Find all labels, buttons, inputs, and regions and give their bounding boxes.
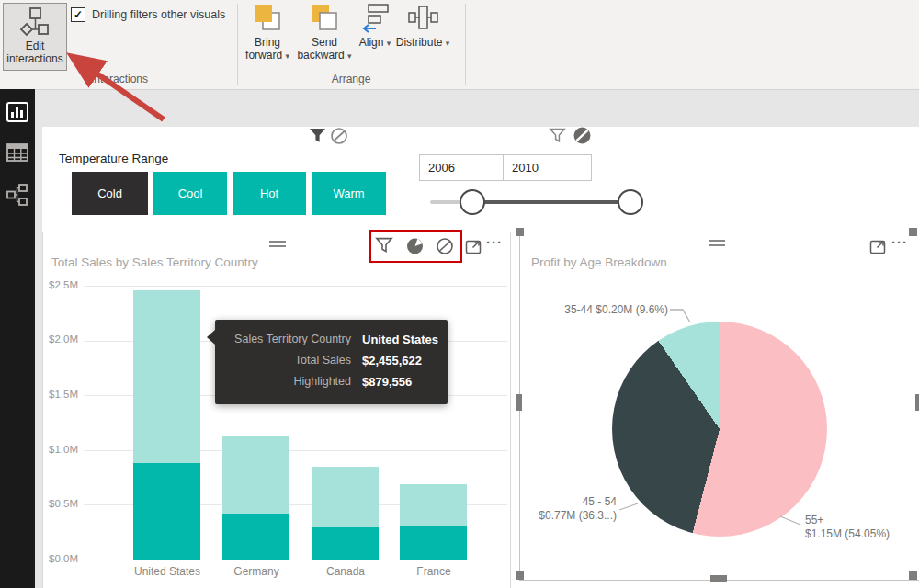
more-options-icon[interactable]: ···	[891, 234, 908, 250]
gridline	[84, 286, 507, 287]
dropdown-caret-icon: ▾	[387, 39, 391, 48]
y-tick: $1.5M	[49, 389, 78, 400]
bar-united-states[interactable]	[133, 290, 200, 560]
pie-chart-visual[interactable]: ··· Profit by Age Breakdown 35-44 $0.20M…	[519, 232, 919, 581]
distribute-icon	[407, 2, 438, 33]
distribute-label: Distribute	[396, 36, 443, 49]
dropdown-caret-icon: ▾	[446, 39, 450, 48]
bar-canada[interactable]	[312, 467, 379, 560]
y-tick: $0.5M	[49, 498, 78, 509]
focus-mode-icon[interactable]	[869, 238, 886, 254]
selection-handle[interactable]	[915, 394, 919, 411]
bar-highlighted-segment	[222, 514, 289, 560]
edit-interactions-icon	[19, 6, 51, 38]
slicer1-filter-interaction-icon[interactable]	[309, 128, 326, 144]
bar-chart-visual[interactable]: ··· Total Sales by Sales Territory Count…	[42, 232, 511, 588]
data-view-icon[interactable]	[6, 141, 28, 164]
bar-france[interactable]	[400, 484, 467, 560]
year-to-input[interactable]	[503, 154, 592, 181]
tooltip-value: $879,556	[351, 371, 412, 392]
bring-forward-icon	[252, 2, 283, 33]
selection-handle[interactable]	[516, 228, 524, 236]
more-options-icon[interactable]: ···	[486, 234, 503, 250]
y-tick: $0.0M	[49, 553, 78, 564]
slicer-button-cold[interactable]: Cold	[72, 172, 148, 215]
slicer2-filter-interaction-icon[interactable]	[549, 128, 566, 144]
ribbon-separator	[465, 4, 466, 85]
pie-label-45-54: 45 - 54 $0.77M (36.3...)	[525, 495, 617, 523]
year-from-input[interactable]	[419, 154, 508, 181]
slicer-button-warm[interactable]: Warm	[312, 172, 386, 215]
y-tick: $2.5M	[49, 279, 78, 290]
align-icon	[359, 2, 391, 33]
edit-interactions-label: Edit interactions	[4, 40, 66, 65]
bar-chart-title: Total Sales by Sales Territory Country	[51, 255, 258, 269]
pie-label-55plus: 55+ $1.15M (54.05%)	[805, 514, 915, 541]
slicer-button-hot[interactable]: Hot	[233, 172, 306, 215]
send-backward-label: Send backward	[297, 36, 344, 62]
ribbon: Edit interactions ✓ Drilling filters oth…	[0, 0, 919, 90]
slider-handle-to[interactable]	[618, 189, 643, 215]
slicer2-none-interaction-icon[interactable]	[573, 126, 592, 145]
bar-highlighted-segment	[133, 463, 200, 560]
pie-chart-title: Profit by Age Breakdown	[531, 255, 667, 269]
annotation-red-box	[369, 230, 462, 263]
temperature-slicer-title: Temperature Range	[59, 152, 168, 165]
slider-handle-from[interactable]	[460, 189, 485, 215]
model-view-icon[interactable]	[6, 184, 28, 206]
bar-highlighted-segment	[400, 526, 467, 560]
tooltip-label: Highlighted	[215, 371, 351, 392]
align-label: Align	[359, 36, 384, 49]
tooltip-value: United States	[351, 329, 438, 350]
tooltip-value: $2,455,622	[351, 350, 422, 371]
drag-handle-icon[interactable]	[709, 237, 725, 246]
slicer-button-cool[interactable]: Cool	[153, 172, 227, 215]
x-label: France	[390, 565, 478, 578]
bring-forward-label: Bring forward	[245, 36, 282, 62]
bar-highlighted-segment	[312, 527, 379, 560]
edit-interactions-button[interactable]: Edit interactions	[3, 3, 67, 71]
y-tick: $1.0M	[49, 444, 78, 455]
y-tick: $2.0M	[49, 334, 78, 345]
x-label: Canada	[301, 565, 390, 578]
drag-handle-icon[interactable]	[269, 238, 286, 247]
tooltip-label: Total Sales	[215, 350, 351, 371]
arrange-group-label: Arrange	[237, 73, 465, 85]
send-backward-icon	[309, 2, 340, 33]
selection-handle[interactable]	[516, 394, 522, 411]
slider-track-active	[471, 200, 630, 204]
x-label: Germany	[212, 565, 301, 578]
gridline	[84, 560, 507, 560]
pie-label-35-44: 35-44 $0.20M (9.6%)	[539, 303, 668, 317]
interactions-group-label: Interactions	[28, 73, 211, 85]
pie-circle[interactable]	[612, 322, 827, 537]
selection-handle[interactable]	[909, 228, 917, 236]
dropdown-caret-icon: ▾	[285, 51, 289, 61]
report-view-icon[interactable]	[6, 101, 28, 123]
powerbi-window: Edit interactions ✓ Drilling filters oth…	[0, 0, 919, 588]
view-sidebar	[0, 89, 35, 588]
x-label: United States	[123, 565, 211, 578]
selection-handle[interactable]	[909, 571, 917, 580]
selection-handle[interactable]	[710, 575, 727, 582]
drilling-checkbox[interactable]: ✓	[71, 7, 85, 22]
tooltip-label: Sales Territory Country	[215, 329, 351, 350]
selection-handle[interactable]	[516, 571, 524, 580]
tooltip: Sales Territory CountryUnited States Tot…	[215, 320, 448, 404]
bar-germany[interactable]	[222, 436, 289, 560]
drilling-checkbox-row: ✓ Drilling filters other visuals	[71, 7, 225, 22]
checkmark-icon: ✓	[74, 8, 83, 21]
dropdown-caret-icon: ▾	[347, 51, 352, 61]
focus-mode-icon[interactable]	[465, 238, 482, 254]
slicer1-none-interaction-icon[interactable]	[330, 127, 348, 145]
drilling-checkbox-label: Drilling filters other visuals	[92, 8, 225, 21]
